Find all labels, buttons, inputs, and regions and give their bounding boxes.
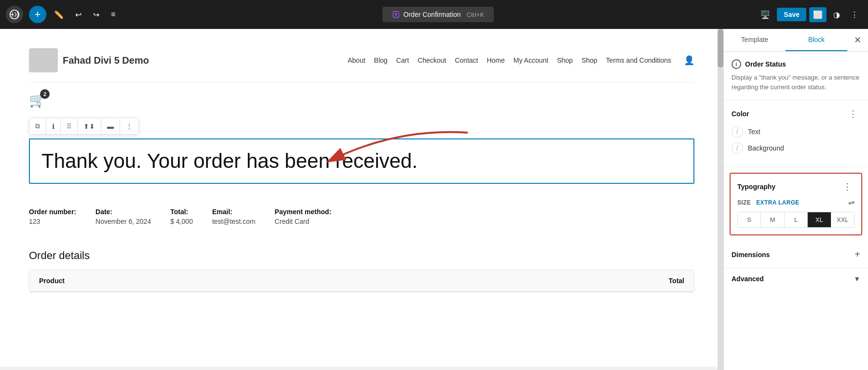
save-button[interactable]: Save bbox=[777, 8, 806, 21]
email-label: Email: bbox=[212, 208, 256, 216]
dimensions-title: Dimensions bbox=[732, 251, 770, 259]
order-number-item: Order number: 123 bbox=[29, 208, 76, 225]
nav-item-shop1[interactable]: Shop bbox=[557, 56, 573, 64]
wp-logo bbox=[6, 6, 23, 23]
sidebar-header: Template Block ✕ bbox=[724, 29, 868, 52]
main-layout: Fahad Divi 5 Demo About Blog Cart Checko… bbox=[0, 29, 868, 370]
color-more-button[interactable]: ⋮ bbox=[846, 108, 860, 120]
nav-item-cart[interactable]: Cart bbox=[396, 56, 409, 64]
advanced-section[interactable]: Advanced ▼ bbox=[724, 268, 868, 289]
order-details-title: Order details bbox=[29, 249, 694, 262]
site-logo: Fahad Divi 5 Demo bbox=[29, 48, 149, 72]
total-value: $ 4,000 bbox=[170, 218, 193, 225]
typography-settings-button[interactable]: ⇌ bbox=[848, 198, 854, 207]
product-col-header: Product bbox=[39, 277, 65, 285]
cart-badge: 2 bbox=[40, 89, 50, 99]
background-color-circle[interactable]: / bbox=[732, 142, 743, 154]
scrollbar-track[interactable] bbox=[718, 29, 723, 370]
advanced-chevron-icon: ▼ bbox=[854, 275, 860, 283]
block-move-button[interactable]: ⠿ bbox=[61, 119, 78, 134]
tab-template[interactable]: Template bbox=[724, 29, 786, 51]
redo-button[interactable]: ↪ bbox=[89, 7, 103, 22]
order-table: Product Total bbox=[29, 270, 694, 292]
total-col-header: Total bbox=[669, 277, 684, 285]
text-color-slash: / bbox=[736, 128, 738, 136]
site-header: Fahad Divi 5 Demo About Blog Cart Checko… bbox=[29, 43, 694, 82]
nav-item-about[interactable]: About bbox=[348, 56, 366, 64]
block-align-button[interactable]: ▬ bbox=[101, 119, 120, 134]
toolbar-center: Order Confirmation Ctrl+K bbox=[123, 7, 753, 22]
text-color-row: / Text bbox=[732, 126, 860, 137]
block-info-button[interactable]: ℹ bbox=[46, 119, 61, 134]
date-label: Date: bbox=[95, 208, 151, 216]
sidebar-toggle-button[interactable]: ⬜ bbox=[809, 7, 827, 22]
thankyou-text: Thank you. Your order has been received. bbox=[41, 149, 682, 173]
post-title-button[interactable]: Order Confirmation Ctrl+K bbox=[382, 7, 494, 22]
total-item: Total: $ 4,000 bbox=[170, 208, 193, 225]
size-l-button[interactable]: L bbox=[785, 212, 808, 227]
brush-tool-button[interactable]: ✏️ bbox=[50, 7, 68, 22]
size-xl-button[interactable]: XL bbox=[808, 212, 831, 227]
order-number-value: 123 bbox=[29, 218, 76, 225]
order-table-header: Product Total bbox=[29, 270, 694, 292]
text-color-label: Text bbox=[748, 128, 760, 136]
nav-item-blog[interactable]: Blog bbox=[374, 56, 388, 64]
color-title: Color bbox=[732, 110, 749, 118]
canvas-area: Fahad Divi 5 Demo About Blog Cart Checko… bbox=[0, 29, 723, 370]
nav-item-shop2[interactable]: Shop bbox=[582, 56, 597, 64]
background-color-slash: / bbox=[736, 144, 738, 152]
size-options: S M L XL XXL bbox=[737, 212, 854, 228]
color-header: Color ⋮ bbox=[732, 108, 860, 120]
cart-wrapper: 🛒 2 bbox=[29, 92, 46, 108]
color-section: Color ⋮ / Text / Background bbox=[724, 100, 868, 167]
payment-value: Credit Card bbox=[275, 218, 331, 225]
dimensions-section: Dimensions + bbox=[724, 241, 868, 268]
site-title: Fahad Divi 5 Demo bbox=[63, 55, 149, 66]
email-item: Email: test@test.com bbox=[212, 208, 256, 225]
size-m-button[interactable]: M bbox=[761, 212, 784, 227]
typography-more-button[interactable]: ⋮ bbox=[840, 180, 854, 193]
payment-item: Payment method: Credit Card bbox=[275, 208, 331, 225]
more-options-button[interactable]: ⋮ bbox=[847, 7, 862, 22]
toolbar-right: 🖥️ Save ⬜ ◑ ⋮ bbox=[757, 7, 862, 22]
logo-image bbox=[29, 48, 58, 72]
size-xxl-button[interactable]: XXL bbox=[831, 212, 854, 227]
block-more-button[interactable]: ⋮ bbox=[120, 119, 138, 134]
list-view-button[interactable]: ≡ bbox=[107, 7, 119, 22]
add-block-button[interactable]: + bbox=[29, 6, 46, 23]
typography-title: Typography bbox=[737, 183, 775, 191]
typography-size-label: SIZE EXTRA LARGE bbox=[737, 199, 800, 206]
typography-section: Typography ⋮ SIZE EXTRA LARGE ⇌ S M L XL… bbox=[730, 173, 862, 235]
typography-size-value: EXTRA LARGE bbox=[756, 199, 800, 206]
size-s-button[interactable]: S bbox=[738, 212, 761, 227]
order-number-label: Order number: bbox=[29, 208, 76, 216]
email-value: test@test.com bbox=[212, 218, 256, 225]
desktop-view-button[interactable]: 🖥️ bbox=[757, 7, 774, 22]
typography-header: Typography ⋮ bbox=[737, 180, 854, 193]
sidebar: Template Block ✕ i Order Status Display … bbox=[723, 29, 868, 370]
post-title-text: Order Confirmation bbox=[404, 11, 461, 18]
sidebar-close-button[interactable]: ✕ bbox=[847, 30, 868, 50]
nav-item-checkout[interactable]: Checkout bbox=[418, 56, 446, 64]
tab-block[interactable]: Block bbox=[786, 29, 847, 51]
account-icon[interactable]: 👤 bbox=[684, 55, 694, 66]
undo-button[interactable]: ↩ bbox=[71, 7, 85, 22]
dimensions-add-button[interactable]: + bbox=[854, 249, 860, 260]
contrast-button[interactable]: ◑ bbox=[829, 7, 844, 22]
date-item: Date: November 6, 2024 bbox=[95, 208, 151, 225]
info-icon: i bbox=[732, 59, 741, 69]
nav-item-myaccount[interactable]: My Account bbox=[514, 56, 548, 64]
background-color-row: / Background bbox=[732, 142, 860, 154]
nav-item-terms[interactable]: Terms and Conditions bbox=[606, 56, 671, 64]
text-color-circle[interactable]: / bbox=[732, 126, 743, 137]
total-label: Total: bbox=[170, 208, 193, 216]
scrollbar-thumb[interactable] bbox=[718, 29, 723, 68]
background-color-label: Background bbox=[748, 144, 784, 152]
block-copy-button[interactable]: ⧉ bbox=[29, 118, 46, 134]
nav-item-home[interactable]: Home bbox=[487, 56, 504, 64]
order-status-header: i Order Status bbox=[732, 59, 860, 69]
thankyou-block[interactable]: Thank you. Your order has been received. bbox=[29, 138, 694, 184]
order-status-desc: Display a "thank you" message, or a sent… bbox=[732, 73, 860, 92]
nav-item-contact[interactable]: Contact bbox=[455, 56, 478, 64]
block-arrows-button[interactable]: ⬆⬇ bbox=[78, 119, 101, 134]
